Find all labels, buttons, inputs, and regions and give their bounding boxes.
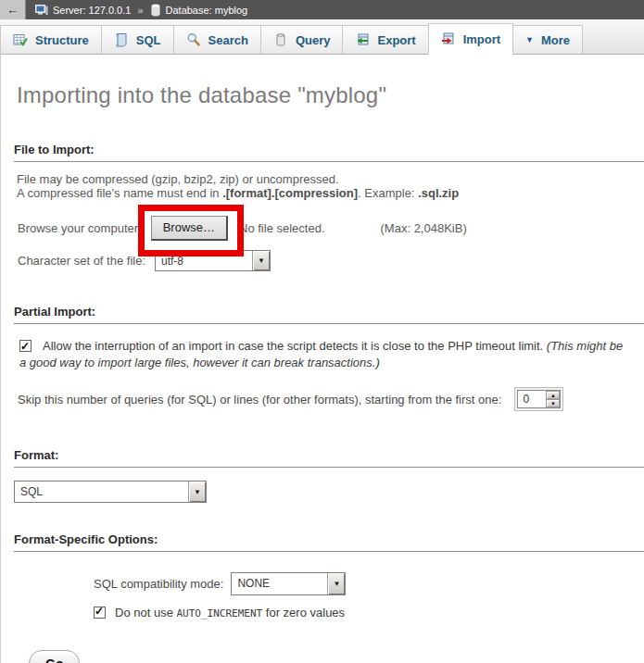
tab-sql[interactable]: SQL	[101, 25, 174, 55]
format-heading: Format:	[14, 448, 644, 468]
compat-dropdown-button[interactable]: ▼	[327, 573, 345, 594]
chevron-down-icon: ▼	[258, 256, 265, 265]
chevron-down-icon: ▼	[333, 580, 340, 588]
tab-structure[interactable]: Structure	[0, 25, 102, 55]
allow-interrupt-checkbox[interactable]: ✓	[19, 340, 32, 352]
tab-label: Export	[377, 33, 415, 47]
charset-label: Character set of the file:	[18, 254, 145, 268]
query-icon	[273, 32, 288, 47]
zero-values-row: ✓Do not use AUTO_INCREMENT for zero valu…	[94, 606, 628, 619]
breadcrumb: Server: 127.0.0.1 » Database: myblog	[35, 4, 247, 17]
browse-button[interactable]: Browse…	[151, 216, 228, 241]
tab-query[interactable]: Query	[260, 25, 344, 55]
sql-compatibility-value: NONE	[232, 573, 327, 594]
tab-export[interactable]: Export	[342, 25, 428, 55]
breadcrumb-server[interactable]: Server: 127.0.0.1	[53, 5, 131, 16]
zero-values-checkbox[interactable]: ✓	[94, 607, 106, 619]
breadcrumb-database[interactable]: Database: myblog	[166, 5, 248, 16]
max-size-text: (Max: 2,048KiB)	[381, 221, 467, 235]
tab-search[interactable]: Search	[173, 25, 261, 55]
compression-info: File may be compressed (gzip, bzip2, zip…	[17, 172, 628, 200]
format-specific-options-heading: Format-Specific Options:	[14, 532, 644, 552]
charset-select[interactable]: utf-8 ▼	[155, 250, 271, 271]
auto-increment-code: AUTO_INCREMENT	[177, 607, 263, 619]
compression-line2-mid: . Example:	[358, 186, 418, 200]
example-extension: .sql.zip	[418, 186, 459, 200]
breadcrumb-separator: »	[137, 5, 143, 16]
tab-more[interactable]: ▼ More	[512, 25, 583, 55]
main-content: Importing into the database "myblog" Fil…	[0, 55, 644, 663]
skip-queries-row: Skip this number of queries (for SQL) or…	[18, 387, 644, 411]
go-button[interactable]: Go	[29, 650, 80, 663]
tabbar-filler	[582, 19, 644, 54]
tab-label: More	[541, 33, 570, 47]
format-dropdown-button[interactable]: ▼	[188, 482, 206, 502]
partial-import-heading: Partial Import:	[14, 305, 644, 324]
back-button[interactable]: ←	[0, 0, 26, 19]
tab-label: Search	[208, 33, 248, 47]
sql-compatibility-label: SQL compatibility mode:	[94, 577, 223, 591]
page-title: Importing into the database "myblog"	[1, 55, 644, 108]
server-icon	[35, 5, 48, 16]
file-to-import-heading: File to Import:	[14, 143, 644, 162]
no-file-selected-text: No file selected.	[239, 221, 325, 235]
tab-bar: Structure SQL Search Query Export	[0, 19, 644, 55]
tab-label: Query	[296, 33, 331, 47]
browse-label: Browse your computer:	[18, 221, 142, 235]
checkmark-icon: ✓	[95, 605, 104, 618]
compression-line1: File may be compressed (gzip, bzip2, zip…	[17, 172, 339, 186]
sql-compatibility-select[interactable]: NONE ▼	[231, 572, 346, 595]
zero-values-label-post: for zero values	[262, 606, 345, 619]
database-icon	[150, 4, 161, 17]
stepper-down-button[interactable]: ▼	[546, 399, 560, 407]
tab-import[interactable]: Import	[428, 23, 513, 55]
stepper-up-button[interactable]: ▲	[546, 391, 560, 399]
skip-queries-label: Skip this number of queries (for SQL) or…	[18, 393, 501, 407]
tab-label: Import	[463, 32, 500, 46]
charset-row: Character set of the file: utf-8 ▼	[18, 250, 644, 271]
skip-queries-input[interactable]	[518, 391, 546, 407]
browse-row: Browse your computer: Browse… No file se…	[18, 215, 644, 241]
tab-label: Structure	[35, 33, 89, 47]
charset-dropdown-button[interactable]: ▼	[252, 251, 270, 270]
zero-values-label-pre: Do not use	[115, 606, 177, 619]
allow-interrupt-label: Allow the interruption of an import in c…	[43, 339, 547, 353]
allow-interrupt-row: ✓Allow the interruption of an import in …	[19, 338, 628, 371]
sql-icon	[114, 32, 129, 47]
format-selected-value: SQL	[15, 482, 188, 502]
chevron-down-icon: ▼	[194, 488, 201, 496]
format-pattern: .[format].[compression]	[222, 186, 358, 200]
import-icon	[441, 31, 456, 46]
checkmark-icon: ✓	[20, 338, 30, 355]
compression-line2-pre: A compressed file's name must end in	[17, 186, 222, 200]
format-select[interactable]: SQL ▼	[14, 481, 207, 503]
breadcrumb-bar: ← Server: 127.0.0.1 » Database: myblog	[0, 0, 644, 19]
sql-compatibility-row: SQL compatibility mode: NONE ▼	[94, 572, 644, 595]
charset-selected-value: utf-8	[156, 251, 252, 270]
search-icon	[186, 32, 201, 47]
skip-queries-stepper[interactable]: ▲ ▼	[514, 387, 563, 411]
tab-label: SQL	[136, 33, 161, 47]
more-dropdown-icon: ▼	[525, 35, 534, 44]
export-icon	[355, 32, 370, 47]
structure-icon	[13, 32, 28, 47]
